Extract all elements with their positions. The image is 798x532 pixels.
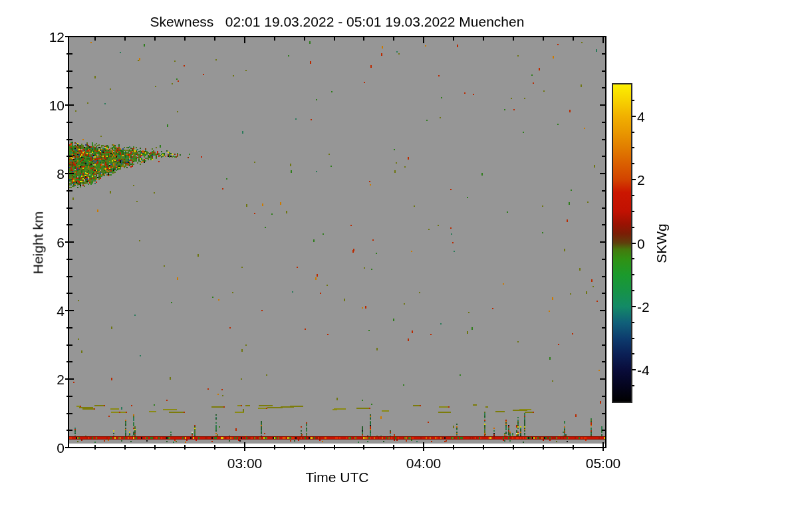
x-tick-label: 05:00 [586, 456, 621, 470]
skewness-heatmap-figure: Skewness 02:01 19.03.2022 - 05:01 19.03.… [0, 0, 798, 532]
y-tick-label: 12 [39, 30, 65, 44]
y-tick-label: 4 [39, 304, 65, 318]
colorbar-tick-label: 0 [637, 237, 645, 251]
heatmap-plot-canvas [0, 0, 798, 532]
y-tick-label: 6 [39, 235, 65, 249]
colorbar-tick-label: -2 [637, 300, 650, 314]
y-tick-label: 10 [39, 98, 65, 112]
colorbar-tick-label: -4 [637, 363, 650, 377]
colorbar-label: SKWg [654, 223, 668, 263]
y-tick-label: 2 [39, 372, 65, 386]
x-tick-label: 03:00 [227, 456, 263, 470]
chart-title: Skewness 02:01 19.03.2022 - 05:01 19.03.… [68, 15, 606, 29]
x-tick-label: 04:00 [406, 456, 442, 470]
y-tick-label: 0 [39, 441, 65, 455]
colorbar-tick-label: 2 [637, 173, 645, 187]
y-tick-label: 8 [39, 167, 65, 181]
x-axis-label: Time UTC [68, 470, 606, 484]
colorbar-tick-label: 4 [637, 110, 645, 124]
